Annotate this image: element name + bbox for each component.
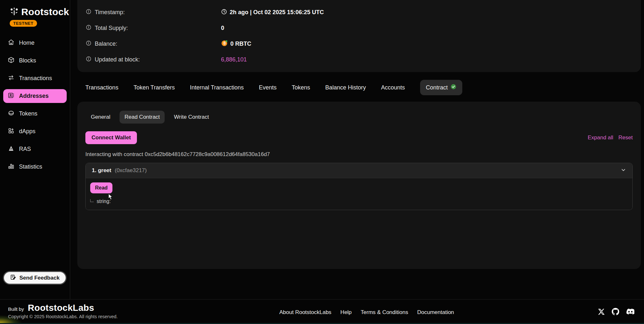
sidebar-item-label: Statistics	[19, 163, 42, 170]
method-accordion-body: Read string:	[86, 178, 632, 210]
bar-chart-icon	[8, 163, 14, 171]
testnet-badge: TESTNET	[10, 20, 37, 27]
expand-all-link[interactable]: Expand all	[588, 134, 613, 141]
tab-events[interactable]: Events	[259, 84, 277, 91]
logo-block[interactable]: Rootstock TESTNET	[0, 0, 70, 27]
sidebar: Rootstock TESTNET Home Blocks	[0, 0, 70, 299]
footer-link-about[interactable]: About RootstockLabs	[279, 309, 332, 316]
total-supply-value: 0	[221, 25, 224, 32]
reset-link[interactable]: Reset	[619, 134, 633, 141]
page: Rootstock TESTNET Home Blocks	[0, 0, 644, 324]
tab-transactions[interactable]: Transactions	[85, 84, 118, 91]
contract-panel: General Read Contract Write Contract Con…	[77, 102, 641, 269]
sidebar-item-label: Transactions	[19, 75, 52, 82]
cube-icon	[8, 57, 14, 65]
accordion-controls: Expand all Reset	[588, 134, 633, 141]
tab-contract[interactable]: Contract	[420, 80, 462, 95]
timestamp-value: 2h ago | Oct 02 2025 15:06:25 UTC	[230, 9, 324, 16]
sidebar-item-tokens[interactable]: Tokens	[3, 107, 67, 121]
method-selector: (0xcfae3217)	[115, 167, 147, 173]
balance-label: Balance:	[95, 41, 117, 47]
timestamp-value-group: 2h ago | Oct 02 2025 15:06:25 UTC	[221, 9, 324, 16]
info-row-timestamp: Timestamp: 2h ago | Oct 02 2025 15:06:25…	[86, 5, 632, 20]
rootstock-logo-icon	[10, 7, 19, 17]
info-label: Total Supply:	[86, 24, 221, 32]
swap-arrows-icon	[8, 74, 14, 83]
x-icon[interactable]	[598, 308, 605, 315]
sidebar-item-label: Addresses	[19, 93, 49, 99]
subtab-general[interactable]: General	[86, 111, 115, 124]
logo-text: Rootstock	[21, 6, 69, 17]
sidebar-item-dapps[interactable]: dApps	[3, 125, 67, 138]
rootstocklabs-brand[interactable]: RootstockLabs	[28, 303, 94, 313]
chevron-down-icon[interactable]	[620, 167, 626, 174]
method-accordion: 1. greet (0xcfae3217) Read string:	[85, 163, 633, 210]
tab-internal-transactions[interactable]: Internal Transactions	[190, 84, 244, 91]
balance-value-group: 0 RBTC	[221, 40, 251, 48]
sidebar-nav: Home Blocks Transactions Addresses	[3, 36, 67, 174]
info-icon[interactable]	[86, 56, 91, 63]
info-row-total-supply: Total Supply: 0	[86, 20, 632, 36]
info-label: Timestamp:	[86, 9, 221, 16]
sidebar-item-statistics[interactable]: Statistics	[3, 160, 67, 174]
info-icon[interactable]	[86, 40, 91, 48]
sidebar-item-label: Tokens	[19, 110, 37, 117]
contact-card-icon	[8, 92, 14, 100]
github-icon[interactable]	[612, 308, 619, 315]
footer-link-terms[interactable]: Terms & Conditions	[361, 309, 408, 316]
interacting-with-contract-text: Interacting with contract 0xc5d2b6b48162…	[85, 151, 633, 158]
tab-accounts[interactable]: Accounts	[381, 84, 405, 91]
footer-brand-block: Built by RootstockLabs Copyright © 2025 …	[8, 303, 118, 319]
tab-balance-history[interactable]: Balance History	[325, 84, 366, 91]
read-button[interactable]: Read	[90, 182, 112, 193]
info-label: Balance:	[86, 40, 221, 48]
coin-icon	[8, 110, 14, 118]
method-title: 1. greet (0xcfae3217)	[92, 167, 147, 174]
triangle-icon	[8, 145, 14, 153]
info-icon[interactable]	[86, 9, 91, 16]
sidebar-item-addresses[interactable]: Addresses	[3, 89, 67, 103]
built-by-label: Built by	[8, 306, 24, 312]
footer-socials	[598, 308, 634, 315]
sidebar-item-home[interactable]: Home	[3, 36, 67, 50]
mouse-cursor	[108, 193, 114, 202]
clock-icon	[221, 9, 227, 16]
send-feedback-label: Send Feedback	[19, 275, 60, 281]
sidebar-item-transactions[interactable]: Transactions	[3, 71, 67, 85]
total-supply-label: Total Supply:	[95, 25, 128, 32]
footer-links: About RootstockLabs Help Terms & Conditi…	[279, 309, 454, 316]
tab-contract-label: Contract	[426, 84, 448, 91]
sidebar-item-ras[interactable]: RAS	[3, 142, 67, 156]
address-tabs: Transactions Token Transfers Internal Tr…	[85, 79, 462, 96]
copyright-text: Copyright © 2025 RootstockLabs. All righ…	[8, 314, 118, 319]
tab-token-transfers[interactable]: Token Transfers	[133, 84, 175, 91]
footer: Built by RootstockLabs Copyright © 2025 …	[0, 299, 644, 324]
sidebar-item-blocks[interactable]: Blocks	[3, 54, 67, 68]
connect-wallet-button[interactable]: Connect Wallet	[85, 131, 137, 144]
tree-elbow-icon	[90, 199, 94, 202]
sidebar-item-label: RAS	[19, 146, 31, 153]
updated-block-link[interactable]: 6,886,101	[221, 56, 247, 63]
home-icon	[8, 39, 14, 47]
footer-link-help[interactable]: Help	[341, 309, 352, 316]
feedback-note-icon	[10, 274, 16, 282]
info-row-balance: Balance: 0 RBTC	[86, 36, 632, 52]
footer-link-documentation[interactable]: Documentation	[417, 309, 454, 316]
address-info-card: Timestamp: 2h ago | Oct 02 2025 15:06:25…	[77, 0, 641, 72]
tab-tokens[interactable]: Tokens	[292, 84, 310, 91]
send-feedback-button[interactable]: Send Feedback	[4, 272, 66, 284]
subtab-write-contract[interactable]: Write Contract	[169, 111, 214, 124]
discord-icon[interactable]	[626, 308, 634, 315]
method-name: 1. greet	[92, 167, 111, 173]
sidebar-item-label: Blocks	[19, 57, 36, 64]
info-icon[interactable]	[86, 24, 91, 32]
subtab-read-contract[interactable]: Read Contract	[120, 111, 165, 124]
timestamp-label: Timestamp:	[95, 9, 125, 16]
updated-block-label: Updated at block:	[95, 56, 140, 63]
apps-grid-icon	[8, 127, 14, 136]
contract-subtabs: General Read Contract Write Contract	[85, 111, 633, 124]
method-accordion-header[interactable]: 1. greet (0xcfae3217)	[86, 163, 632, 178]
contract-actions-row: Connect Wallet Expand all Reset	[85, 131, 633, 144]
info-label: Updated at block:	[86, 56, 221, 63]
sidebar-item-label: Home	[19, 40, 34, 46]
